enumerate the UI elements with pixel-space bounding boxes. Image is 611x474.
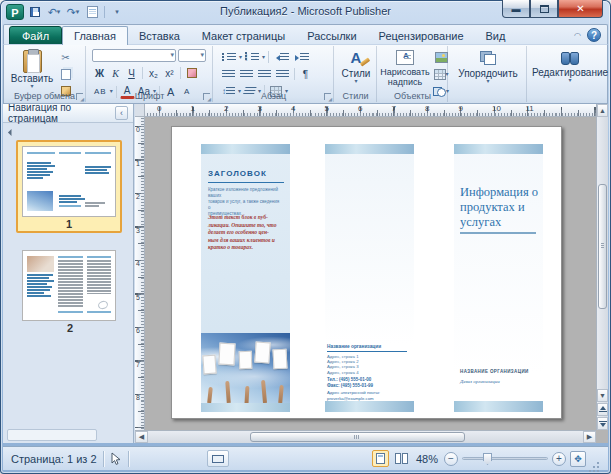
two-page-view-button[interactable] <box>393 450 410 467</box>
insert-picture-button[interactable] <box>433 50 450 64</box>
resize-grip[interactable] <box>592 453 600 465</box>
publication-page[interactable]: ЗАГОЛОВОК Краткое изложение предложений … <box>171 126 562 419</box>
scroll-down-button[interactable]: ▼ <box>597 389 608 402</box>
scroll-left-button[interactable]: ◀ <box>135 431 148 443</box>
page-thumbnail-2[interactable]: 2 <box>22 250 118 334</box>
styles-dropdown-icon[interactable]: ▾ <box>354 79 357 84</box>
right-panel-tagline[interactable]: Девиз организации <box>460 379 500 384</box>
collapse-nav-button[interactable]: ‹ <box>115 106 128 120</box>
bullets-dropdown-icon[interactable]: ▾ <box>239 55 242 60</box>
numbering-dropdown-icon[interactable]: ▾ <box>262 55 265 60</box>
previous-page-button[interactable] <box>597 403 608 416</box>
ribbon-collapse-icon[interactable]: ◠ <box>574 31 581 40</box>
help-button[interactable]: ? <box>587 28 601 42</box>
publisher-logo-icon[interactable]: P <box>6 4 24 20</box>
underline-button[interactable]: Ч <box>124 66 139 80</box>
numbering-button[interactable] <box>243 50 261 64</box>
brochure-title[interactable]: Информация о продуктах и услугах <box>460 185 540 230</box>
fit-page-button[interactable]: ✥ <box>570 451 586 467</box>
redo-button[interactable]: ↷▾ <box>65 4 81 20</box>
close-button[interactable]: ✕ <box>558 0 603 18</box>
zoom-out-button[interactable]: − <box>444 452 458 466</box>
clear-formatting-button[interactable] <box>184 66 199 80</box>
copy-button[interactable] <box>58 67 73 81</box>
page-thumbnail-1-selected[interactable]: 1 <box>16 140 122 233</box>
align-left-button[interactable] <box>220 67 237 81</box>
page-1-preview[interactable] <box>22 146 116 217</box>
hands-with-papers-image[interactable] <box>201 333 290 412</box>
next-page-button[interactable] <box>597 417 608 430</box>
bold-button[interactable]: Ж <box>92 66 107 80</box>
draw-textbox-button[interactable]: А Нарисовать надпись <box>379 50 431 87</box>
styles-button[interactable]: А Стили ▾ <box>338 50 374 84</box>
redo-dropdown-icon[interactable]: ▾ <box>76 8 80 16</box>
horizontal-scroll-thumb[interactable] <box>250 432 465 442</box>
superscript-button[interactable]: x² <box>162 66 177 80</box>
print-preview-button[interactable] <box>84 4 100 20</box>
middle-panel-top-bar[interactable] <box>325 144 414 154</box>
vertical-scroll-thumb[interactable] <box>598 184 607 309</box>
zoom-slider[interactable] <box>462 457 548 460</box>
paste-dropdown-icon[interactable]: ▾ <box>30 84 33 89</box>
tab-mailings[interactable]: Рассылки <box>296 26 367 45</box>
tab-page-design[interactable]: Макет страницы <box>191 26 296 45</box>
middle-panel-bottom-bar[interactable] <box>325 401 414 412</box>
clipboard-dialog-launcher[interactable] <box>76 93 83 100</box>
subscript-button[interactable]: x₂ <box>146 66 161 80</box>
font-dialog-launcher[interactable] <box>203 93 210 100</box>
undo-button[interactable]: ↶▾ <box>46 4 62 20</box>
right-panel-org-name[interactable]: НАЗВАНИЕ ОРГАНИЗАЦИИ <box>460 369 529 374</box>
scroll-right-button[interactable]: ▶ <box>583 431 596 443</box>
cut-button[interactable]: ✂ <box>58 50 73 64</box>
horizontal-scrollbar[interactable]: ◀ ▶ <box>135 430 596 443</box>
scroll-up-button[interactable]: ▲ <box>597 104 608 117</box>
zoom-in-button[interactable]: + <box>552 452 566 466</box>
tab-view[interactable]: Вид <box>475 26 517 45</box>
align-right-button[interactable] <box>256 67 273 81</box>
tab-home[interactable]: Главная <box>62 26 128 45</box>
single-page-view-button[interactable] <box>372 450 389 467</box>
italic-button[interactable]: К <box>108 66 123 80</box>
justify-button[interactable] <box>274 67 291 81</box>
workspace[interactable]: ЗАГОЛОВОК Краткое изложение предложений … <box>145 117 596 430</box>
tab-review[interactable]: Рецензирование <box>368 26 475 45</box>
object-position-button[interactable] <box>207 450 229 467</box>
vertical-scrollbar[interactable]: ▲ ▼ <box>596 104 608 430</box>
middle-panel-background[interactable] <box>325 144 414 344</box>
left-panel-heading[interactable]: ЗАГОЛОВОК <box>208 169 284 183</box>
insert-table-button[interactable]: ▾ <box>432 67 451 81</box>
bullets-button[interactable] <box>220 50 238 64</box>
customize-qat-button[interactable]: ▾ <box>109 4 125 20</box>
decrease-indent-button[interactable] <box>272 50 291 64</box>
horizontal-ruler[interactable]: 01 23 45 67 89 1011 <box>145 104 596 117</box>
tab-file[interactable]: Файл <box>9 26 62 45</box>
arrange-dropdown-icon[interactable]: ▾ <box>486 79 489 84</box>
paragraph-dialog-launcher[interactable] <box>324 93 331 100</box>
font-family-select[interactable] <box>92 49 176 62</box>
left-panel-intro-text[interactable]: Краткое изложение предложений ваших това… <box>208 187 282 217</box>
right-panel-top-bar[interactable] <box>454 144 543 154</box>
font-size-select[interactable] <box>178 49 206 62</box>
save-button[interactable] <box>27 4 43 20</box>
contact-info-block[interactable]: Название организации Адрес, строка 1 Адр… <box>327 344 413 402</box>
zoom-level[interactable]: 48% <box>416 453 438 465</box>
pages-zone-expander-icon[interactable] <box>8 129 15 136</box>
align-center-button[interactable] <box>238 67 255 81</box>
right-panel-background[interactable] <box>454 144 543 374</box>
undo-dropdown-icon[interactable]: ▾ <box>57 8 61 16</box>
paste-button[interactable]: Вставить ▾ <box>10 49 54 89</box>
maximize-button[interactable] <box>530 0 558 18</box>
editing-dropdown-icon[interactable]: ▾ <box>568 78 571 83</box>
right-panel-bottom-bar[interactable] <box>454 401 543 412</box>
increase-indent-button[interactable] <box>292 50 311 64</box>
zoom-slider-thumb[interactable] <box>483 453 492 465</box>
page-indicator[interactable]: Страница: 1 из 2 <box>3 453 97 465</box>
page-2-preview[interactable] <box>22 250 116 321</box>
paragraph-marks-button[interactable]: ¶ <box>298 67 313 81</box>
left-panel-accent-text[interactable]: Этот текст блок в пуб- ликации. Опишите … <box>208 214 282 252</box>
editing-button[interactable]: Редактирование ▾ <box>530 51 610 83</box>
minimize-button[interactable]: ▬ <box>502 0 530 18</box>
vertical-ruler[interactable]: 01 23 45 67 8 <box>135 117 145 430</box>
arrange-button[interactable]: Упорядочить ▾ <box>453 51 523 84</box>
tab-insert[interactable]: Вставка <box>128 26 191 45</box>
